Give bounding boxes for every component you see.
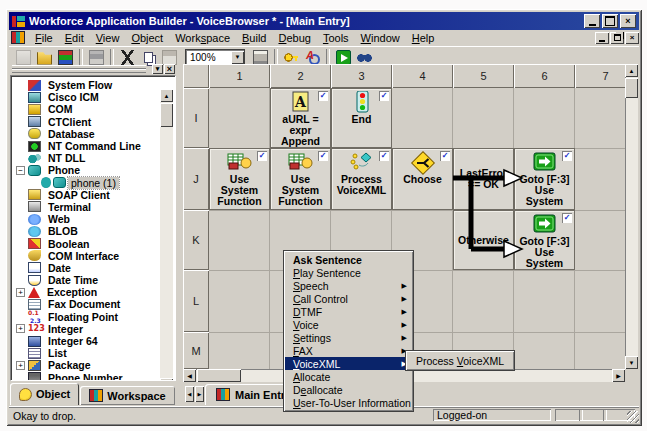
tree-item-date[interactable]: Date bbox=[14, 262, 175, 274]
enabled-checkbox[interactable] bbox=[562, 151, 572, 161]
palette-close-button[interactable]: × bbox=[164, 64, 175, 74]
mdi-close-button[interactable]: × bbox=[625, 32, 639, 44]
scroll-left-icon[interactable]: ◀ bbox=[183, 369, 196, 382]
enabled-checkbox[interactable] bbox=[257, 151, 267, 161]
submenu-item-process-voicexml[interactable]: Process VoiceXML bbox=[407, 353, 513, 368]
tree-item-terminal[interactable]: Terminal bbox=[14, 201, 175, 213]
collapse-icon[interactable]: − bbox=[16, 166, 25, 175]
expand-icon[interactable]: + bbox=[16, 361, 25, 370]
enabled-checkbox[interactable] bbox=[379, 151, 389, 161]
tree-item-phone-number[interactable]: Phone Number bbox=[14, 372, 175, 382]
tree-item-ctclient[interactable]: CTClient bbox=[14, 116, 175, 128]
expand-icon[interactable]: + bbox=[16, 288, 25, 297]
context-menu-item-settings[interactable]: Settings▶ bbox=[285, 331, 412, 344]
close-button[interactable]: × bbox=[620, 14, 636, 28]
menu-help[interactable]: Help bbox=[406, 31, 441, 45]
tab-scroll-right-icon[interactable]: ▶ bbox=[195, 386, 204, 402]
app-window: Workforce Application Builder - VoiceBro… bbox=[6, 9, 642, 426]
menu-edit[interactable]: Edit bbox=[59, 31, 90, 45]
flow-node-use-system-function[interactable]: Use System Function bbox=[270, 148, 331, 210]
tree-item-phone-1[interactable]: phone (1) bbox=[14, 177, 175, 189]
flow-node-goto[interactable]: Goto [F:3] Use System bbox=[514, 210, 575, 270]
context-menu-item-user-to-user-information[interactable]: User-To-User Information bbox=[285, 396, 412, 409]
tree-item-date-time[interactable]: Date Time bbox=[14, 274, 175, 286]
menu-view[interactable]: View bbox=[90, 31, 126, 45]
choose-branch-lasterror[interactable]: LastError == OK bbox=[453, 148, 514, 210]
tree-item-com[interactable]: COM bbox=[14, 103, 175, 115]
flow-node-assignment[interactable]: A aURL = expr Append bbox=[270, 88, 331, 148]
package-icon bbox=[28, 360, 41, 371]
tab-object[interactable]: Object bbox=[10, 383, 79, 405]
menu-debug[interactable]: Debug bbox=[272, 31, 316, 45]
tree-item-web[interactable]: Web bbox=[14, 213, 175, 225]
tree-item-floating-point[interactable]: Floating Point bbox=[14, 311, 175, 323]
zoom-combobox[interactable]: 100% ▼ bbox=[185, 49, 245, 66]
menu-workspace[interactable]: Workspace bbox=[169, 31, 236, 45]
scrollbar-thumb[interactable] bbox=[197, 369, 241, 382]
mdi-restore-button[interactable] bbox=[610, 32, 624, 44]
enabled-checkbox[interactable] bbox=[379, 91, 389, 101]
context-menu-item-voice[interactable]: Voice▶ bbox=[285, 318, 412, 331]
context-menu-item-dtmf[interactable]: DTMF▶ bbox=[285, 305, 412, 318]
context-menu-item-deallocate[interactable]: Deallocate bbox=[285, 383, 412, 396]
flow-node-end[interactable]: End bbox=[331, 88, 392, 148]
tree-item-integer[interactable]: +Integer bbox=[14, 323, 175, 335]
palette-menu-button[interactable]: ▾ bbox=[152, 64, 163, 74]
context-menu-item-ask-sentence[interactable]: Ask Sentence bbox=[285, 253, 412, 266]
flow-node-choose[interactable]: Choose bbox=[392, 148, 453, 210]
scroll-right-icon[interactable]: ▶ bbox=[612, 369, 625, 382]
mdi-minimize-button[interactable] bbox=[595, 32, 609, 44]
palette-header[interactable]: ▾ × bbox=[10, 64, 176, 75]
tree-item-list[interactable]: List bbox=[14, 347, 175, 359]
enabled-checkbox[interactable] bbox=[318, 91, 328, 101]
enabled-checkbox[interactable] bbox=[562, 213, 572, 223]
menu-file[interactable]: File bbox=[29, 31, 59, 45]
tree-item-nt-dll[interactable]: NT DLL bbox=[14, 152, 175, 164]
scrollbar-thumb[interactable] bbox=[160, 103, 173, 127]
tree-item-boolean[interactable]: Boolean bbox=[14, 237, 175, 249]
tree-item-cisco-icm[interactable]: Cisco ICM bbox=[14, 91, 175, 103]
vertical-scrollbar[interactable]: ▲ ▼ bbox=[625, 64, 638, 369]
maximize-button[interactable] bbox=[602, 14, 618, 28]
row-headers: IJKLM bbox=[183, 88, 209, 369]
context-menu-item-speech[interactable]: Speech▶ bbox=[285, 279, 412, 292]
menu-tools[interactable]: Tools bbox=[317, 31, 355, 45]
context-menu-item-call-control[interactable]: Call Control▶ bbox=[285, 292, 412, 305]
tree-item-integer-64[interactable]: Integer 64 bbox=[14, 335, 175, 347]
tree-item-soap-client[interactable]: SOAP Client bbox=[14, 189, 175, 201]
scroll-up-icon[interactable]: ▲ bbox=[160, 89, 173, 102]
tree-item-phone[interactable]: −Phone bbox=[14, 164, 175, 176]
menu-object[interactable]: Object bbox=[125, 31, 169, 45]
context-menu-item-voicexml[interactable]: VoiceXML▶ bbox=[285, 357, 412, 370]
tree-item-nt-command-line[interactable]: NT Command Line bbox=[14, 140, 175, 152]
grid-body[interactable]: A aURL = expr Append End Use System Func… bbox=[209, 88, 625, 369]
context-menu-item-allocate[interactable]: Allocate bbox=[285, 370, 412, 383]
tree-item-exception[interactable]: +Exception bbox=[14, 286, 175, 298]
flow-node-goto[interactable]: Goto [F:3] Use System bbox=[514, 148, 575, 210]
flow-node-use-system-function[interactable]: Use System Function bbox=[209, 148, 270, 210]
scroll-down-icon[interactable]: ▼ bbox=[625, 356, 638, 369]
tree-item-blob[interactable]: BLOB bbox=[14, 225, 175, 237]
tree-item-system-flow[interactable]: System Flow bbox=[14, 79, 175, 91]
document-icon[interactable] bbox=[11, 31, 25, 44]
minimize-button[interactable] bbox=[584, 14, 600, 28]
tree-item-com-interface[interactable]: COM Interface bbox=[14, 250, 175, 262]
enabled-checkbox[interactable] bbox=[440, 151, 450, 161]
enabled-checkbox[interactable] bbox=[318, 151, 328, 161]
menu-build[interactable]: Build bbox=[236, 31, 272, 45]
tree-item-database[interactable]: Database bbox=[14, 128, 175, 140]
tab-workspace[interactable]: Workspace bbox=[80, 386, 175, 405]
menu-window[interactable]: Window bbox=[355, 31, 406, 45]
scroll-up-icon[interactable]: ▲ bbox=[625, 64, 638, 77]
tab-scroll-left-icon[interactable]: ◀ bbox=[185, 386, 194, 402]
expand-icon[interactable]: + bbox=[16, 324, 25, 333]
tree-item-package[interactable]: +Package bbox=[14, 359, 175, 371]
tree-scrollbar[interactable]: ▲ ▼ bbox=[160, 89, 173, 381]
context-menu-item-play-sentence[interactable]: Play Sentence bbox=[285, 266, 412, 279]
choose-branch-otherwise[interactable]: Otherwise bbox=[453, 210, 514, 270]
chevron-down-icon[interactable]: ▼ bbox=[231, 51, 244, 64]
context-menu-item-fax[interactable]: FAX▶ bbox=[285, 344, 412, 357]
resize-grip[interactable] bbox=[627, 411, 639, 423]
flow-node-process-voicexml[interactable]: Process VoiceXML bbox=[331, 148, 392, 210]
scrollbar-thumb[interactable] bbox=[625, 78, 638, 98]
